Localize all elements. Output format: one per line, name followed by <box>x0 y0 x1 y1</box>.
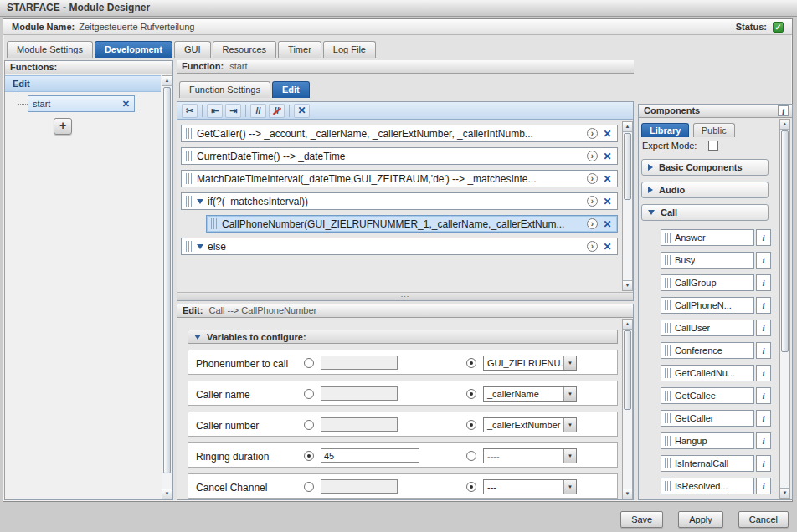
chevron-down-icon[interactable]: ▼ <box>563 387 576 401</box>
components-info-button[interactable]: i <box>778 105 789 116</box>
chevron-down-icon[interactable]: ▼ <box>563 449 576 463</box>
scroll-up-icon[interactable]: ▲ <box>623 320 632 330</box>
step-delete-icon[interactable]: ✕ <box>602 196 613 207</box>
indent-icon[interactable]: ⇥ <box>225 104 241 118</box>
component-item-hangup[interactable]: Hangup <box>661 432 754 449</box>
component-item-isresolved[interactable]: IsResolved... <box>661 478 754 494</box>
manual-value-radio[interactable] <box>304 389 314 399</box>
save-button[interactable]: Save <box>620 511 663 528</box>
component-info-button[interactable]: i <box>756 320 771 336</box>
components-scrollbar[interactable]: ▲ ▼ <box>779 119 790 499</box>
tab-function-settings[interactable]: Function Settings <box>179 81 270 98</box>
manual-value-input[interactable] <box>321 417 398 432</box>
component-info-button[interactable]: i <box>756 297 771 314</box>
tab-module-settings[interactable]: Module Settings <box>7 41 93 58</box>
scroll-up-icon[interactable]: ▲ <box>780 120 789 130</box>
chevron-down-icon[interactable]: ▼ <box>563 418 576 432</box>
function-list-item-edit[interactable]: Edit <box>5 75 161 92</box>
function-step-row-else[interactable]: else › ✕ <box>181 238 618 255</box>
accordion-call[interactable]: Call <box>641 204 769 221</box>
properties-scrollbar[interactable]: ▲ ▼ <box>622 319 633 499</box>
component-item-callphonenumber[interactable]: CallPhoneN... <box>661 297 754 314</box>
step-delete-icon[interactable]: ✕ <box>602 173 613 185</box>
functions-scrollbar[interactable]: ▲ ▼ <box>162 75 172 499</box>
scroll-down-icon[interactable]: ▼ <box>780 488 789 498</box>
component-item-getcallednumber[interactable]: GetCalledNu... <box>661 365 754 381</box>
component-info-button[interactable]: i <box>756 455 771 472</box>
manual-value-radio[interactable] <box>304 482 314 492</box>
scroll-down-icon[interactable]: ▼ <box>162 489 172 499</box>
component-item-isinternalcall[interactable]: IsInternalCall <box>661 455 754 472</box>
manual-value-input[interactable] <box>321 386 398 401</box>
component-info-button[interactable]: i <box>756 229 771 246</box>
tab-gui[interactable]: GUI <box>174 41 211 58</box>
variable-radio[interactable] <box>466 482 476 492</box>
step-node-start[interactable]: start ✕ <box>28 95 135 112</box>
tab-library[interactable]: Library <box>641 123 689 137</box>
variable-dropdown[interactable]: _callerExtNumber ▼ <box>483 417 577 432</box>
chevron-down-icon[interactable] <box>197 244 203 249</box>
component-info-button[interactable]: i <box>756 274 771 291</box>
step-delete-icon[interactable]: ✕ <box>602 218 613 230</box>
cancel-button[interactable]: Cancel <box>738 511 789 528</box>
step-details-icon[interactable]: › <box>587 151 598 161</box>
manual-value-input[interactable] <box>321 448 419 463</box>
scrollbar-thumb[interactable] <box>624 133 631 200</box>
add-step-button[interactable]: + <box>54 118 72 135</box>
drag-handle-icon[interactable] <box>186 128 193 139</box>
comment-icon[interactable]: // <box>250 104 266 118</box>
variables-section-header[interactable]: Variables to configure: <box>188 330 618 344</box>
tab-log-file[interactable]: Log File <box>323 41 376 58</box>
function-step-row-selected[interactable]: CallPhoneNumber(GUI_ZIELRUFNUMMER_1,_cal… <box>206 215 618 233</box>
step-delete-icon[interactable]: ✕ <box>602 241 613 253</box>
variable-dropdown[interactable]: --- ▼ <box>483 479 577 494</box>
component-item-getcallee[interactable]: GetCallee <box>661 387 754 404</box>
variable-radio[interactable] <box>466 451 476 461</box>
tab-timer[interactable]: Timer <box>278 41 321 58</box>
drag-handle-icon[interactable] <box>186 196 193 207</box>
manual-value-input[interactable] <box>321 356 398 370</box>
component-item-callgroup[interactable]: CallGroup <box>661 274 754 291</box>
scroll-down-icon[interactable]: ▼ <box>623 280 632 290</box>
component-info-button[interactable]: i <box>756 387 771 404</box>
component-info-button[interactable]: i <box>756 432 771 449</box>
component-info-button[interactable]: i <box>756 342 771 359</box>
variable-dropdown[interactable]: _callerName ▼ <box>483 386 577 402</box>
uncomment-icon[interactable]: // <box>269 104 285 118</box>
manual-value-radio[interactable] <box>304 358 314 368</box>
function-step-row[interactable]: CurrentDateTime() --> _dateTime › ✕ <box>181 147 618 165</box>
component-item-calluser[interactable]: CallUser <box>661 320 754 336</box>
scrollbar-track[interactable] <box>623 132 632 280</box>
step-details-icon[interactable]: › <box>587 196 598 207</box>
manual-value-radio[interactable] <box>304 451 314 461</box>
outdent-icon[interactable]: ⇤ <box>207 104 223 118</box>
variable-radio[interactable] <box>466 420 476 430</box>
chevron-down-icon[interactable]: ▼ <box>563 356 576 370</box>
scrollbar-thumb[interactable] <box>624 330 631 410</box>
scroll-down-icon[interactable]: ▼ <box>623 489 632 499</box>
component-info-button[interactable]: i <box>756 410 771 427</box>
tab-development[interactable]: Development <box>95 41 172 58</box>
step-details-icon[interactable]: › <box>587 173 598 184</box>
tab-edit[interactable]: Edit <box>272 81 310 98</box>
splitter-handle[interactable]: ... <box>177 292 633 300</box>
variable-dropdown[interactable]: GUI_ZIELRUFNU... ▼ <box>483 356 577 371</box>
component-info-button[interactable]: i <box>756 365 771 381</box>
cut-icon[interactable]: ✂ <box>182 104 198 118</box>
expert-mode-checkbox[interactable] <box>708 141 718 151</box>
step-delete-icon[interactable]: ✕ <box>602 128 613 140</box>
component-info-button[interactable]: i <box>756 252 771 269</box>
component-info-button[interactable]: i <box>756 478 771 494</box>
delete-step-icon[interactable]: ✕ <box>294 104 310 118</box>
scrollbar-thumb[interactable] <box>163 87 171 473</box>
variable-radio[interactable] <box>466 389 476 399</box>
component-item-answer[interactable]: Answer <box>661 229 754 246</box>
function-step-row[interactable]: GetCaller() --> _account, _callerName, _… <box>181 125 618 142</box>
variable-dropdown[interactable]: ---- ▼ <box>483 448 577 463</box>
chevron-down-icon[interactable] <box>197 199 203 204</box>
chevron-down-icon[interactable]: ▼ <box>563 480 576 494</box>
component-item-busy[interactable]: Busy <box>661 252 754 269</box>
step-node-delete-icon[interactable]: ✕ <box>122 99 130 110</box>
steps-scrollbar[interactable]: ▲ ▼ <box>622 121 633 291</box>
component-item-getcaller[interactable]: GetCaller <box>661 410 754 427</box>
